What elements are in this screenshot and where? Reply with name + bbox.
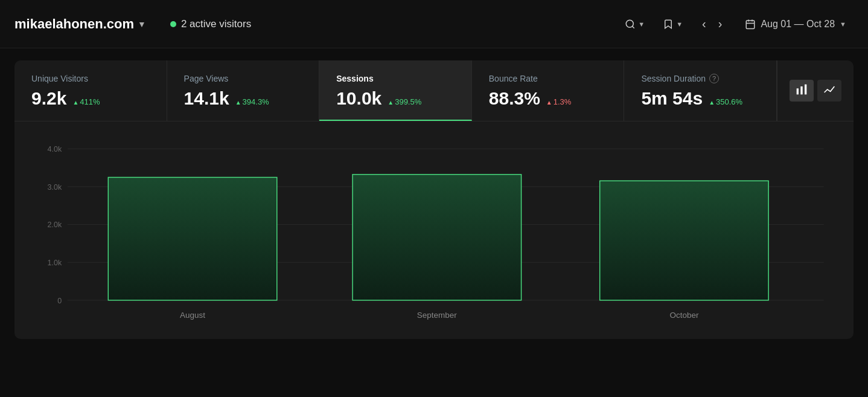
- metric-session-duration-label-text: Session Duration: [641, 74, 706, 83]
- x-label-september: September: [417, 311, 457, 320]
- metric-sessions-label: Sessions: [336, 74, 455, 83]
- search-button[interactable]: ▼: [621, 16, 648, 32]
- y-label-4k: 4.0k: [48, 145, 62, 153]
- header: mikaelahonen.com ▼ 2 active visitors ▼ ▼…: [0, 0, 868, 48]
- active-dot-icon: [170, 21, 176, 27]
- metric-session-duration-value: 5m 54s: [641, 88, 703, 109]
- y-label-3k: 3.0k: [48, 183, 62, 192]
- x-label-august: August: [180, 311, 205, 320]
- y-label-0: 0: [57, 297, 62, 305]
- metric-sessions[interactable]: Sessions 10.0k 399.5%: [319, 60, 472, 121]
- metric-page-views-change: 394.3%: [235, 97, 269, 106]
- metric-bounce-rate-change-text: 1.3%: [554, 97, 572, 106]
- svg-rect-1: [747, 21, 755, 29]
- metric-unique-visitors-value: 9.2k: [31, 88, 66, 109]
- line-chart-button[interactable]: [817, 80, 841, 102]
- metric-unique-visitors-change: 411%: [72, 97, 100, 106]
- bar-chart-icon: [796, 83, 808, 95]
- metric-bounce-rate-value: 88.3%: [489, 88, 540, 109]
- metric-page-views[interactable]: Page Views 14.1k 394.3%: [167, 60, 320, 121]
- header-right: ▼ ▼ ‹ › Aug 01 — Oct 28 ▼: [621, 15, 854, 33]
- bookmark-chevron-icon: ▼: [676, 21, 683, 28]
- date-range-chevron-icon: ▼: [840, 21, 846, 28]
- metric-page-views-change-text: 394.3%: [243, 97, 269, 106]
- chart-svg: 4.0k 3.0k 2.0k 1.0k 0: [33, 134, 835, 333]
- site-name-text: mikaelahonen.com: [14, 16, 134, 32]
- bar-october[interactable]: [600, 181, 768, 300]
- metric-bounce-rate-change: 1.3%: [546, 97, 572, 106]
- svg-rect-5: [797, 88, 799, 94]
- metric-session-duration[interactable]: Session Duration ? 5m 54s 350.6%: [624, 60, 777, 121]
- line-chart-icon: [823, 83, 835, 95]
- metric-page-views-label: Page Views: [184, 74, 302, 83]
- arrow-down-icon: [546, 97, 552, 106]
- date-range-button[interactable]: Aug 01 — Oct 28 ▼: [738, 15, 854, 33]
- chart-area: 4.0k 3.0k 2.0k 1.0k 0: [14, 121, 854, 339]
- nav-forward-button[interactable]: ›: [713, 15, 727, 33]
- metric-unique-visitors-value-row: 9.2k 411%: [31, 88, 150, 109]
- date-range-text: Aug 01 — Oct 28: [761, 19, 835, 30]
- calendar-icon: [745, 19, 756, 30]
- arrow-up-icon-3: [388, 97, 394, 106]
- bar-august[interactable]: [108, 177, 276, 300]
- main-content: Unique Visitors 9.2k 411% Page Views 14.…: [0, 48, 868, 351]
- metric-bounce-rate-label: Bounce Rate: [489, 74, 607, 83]
- search-chevron-icon: ▼: [638, 21, 645, 28]
- y-label-1k: 1.0k: [48, 259, 62, 267]
- metric-unique-visitors-change-text: 411%: [80, 97, 100, 106]
- metric-unique-visitors[interactable]: Unique Visitors 9.2k 411%: [14, 60, 167, 121]
- arrow-up-icon-2: [235, 97, 241, 106]
- metric-sessions-value: 10.0k: [336, 88, 381, 109]
- nav-arrows: ‹ ›: [697, 15, 727, 33]
- metric-bounce-rate[interactable]: Bounce Rate 88.3% 1.3%: [472, 60, 625, 121]
- arrow-up-icon-4: [709, 97, 715, 106]
- svg-point-0: [627, 20, 634, 27]
- svg-rect-6: [800, 86, 802, 94]
- metric-session-duration-change-text: 350.6%: [716, 97, 742, 106]
- metrics-row: Unique Visitors 9.2k 411% Page Views 14.…: [14, 60, 854, 121]
- svg-rect-7: [805, 85, 806, 95]
- info-icon: ?: [709, 74, 719, 83]
- bookmark-icon: [663, 19, 674, 30]
- nav-back-button[interactable]: ‹: [697, 15, 711, 33]
- metric-unique-visitors-label: Unique Visitors: [31, 74, 150, 83]
- site-name[interactable]: mikaelahonen.com ▼: [14, 16, 146, 32]
- dashboard-card: Unique Visitors 9.2k 411% Page Views 14.…: [14, 60, 854, 339]
- metric-bounce-rate-value-row: 88.3% 1.3%: [489, 88, 607, 109]
- active-visitors: 2 active visitors: [170, 18, 251, 30]
- metric-sessions-change-text: 399.5%: [395, 97, 421, 106]
- active-visitors-label: 2 active visitors: [181, 18, 251, 30]
- metric-page-views-value-row: 14.1k 394.3%: [184, 88, 302, 109]
- bar-chart-button[interactable]: [790, 80, 814, 102]
- y-label-2k: 2.0k: [48, 221, 62, 229]
- site-chevron-icon: ▼: [138, 19, 146, 29]
- metric-sessions-value-row: 10.0k 399.5%: [336, 88, 455, 109]
- arrow-up-icon: [72, 97, 78, 106]
- search-icon: [625, 19, 636, 30]
- metric-session-duration-label: Session Duration ?: [641, 74, 759, 83]
- x-label-october: October: [669, 311, 698, 320]
- metric-session-duration-change: 350.6%: [709, 97, 742, 106]
- metric-session-duration-value-row: 5m 54s 350.6%: [641, 88, 759, 109]
- bar-september[interactable]: [353, 175, 521, 300]
- metric-sessions-change: 399.5%: [388, 97, 421, 106]
- metric-page-views-value: 14.1k: [184, 88, 229, 109]
- chart-type-buttons: [777, 60, 854, 121]
- bookmark-button[interactable]: ▼: [659, 16, 686, 32]
